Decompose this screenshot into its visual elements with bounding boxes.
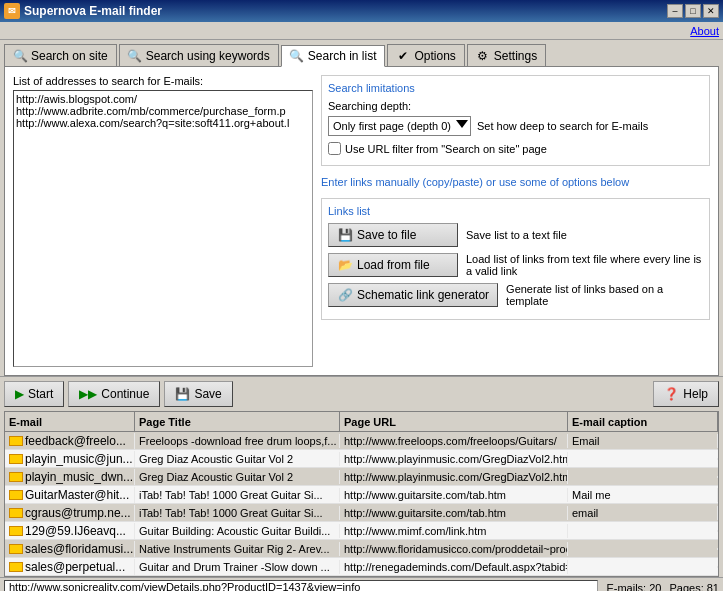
about-link[interactable]: About (690, 25, 719, 37)
schematic-link-button[interactable]: 🔗 Schematic link generator (328, 283, 498, 307)
load-row: 📂 Load from file Load list of links from… (328, 253, 703, 277)
filter-checkbox[interactable] (328, 142, 341, 155)
table-row[interactable]: cgraus@trump.ne... iTab! Tab! Tab! 1000 … (5, 504, 718, 522)
app-title: Supernova E-mail finder (24, 4, 162, 18)
status-emails: E-mails: 20 (606, 582, 661, 592)
tab-bar: 🔍 Search on site 🔍 Search using keywords… (0, 40, 723, 66)
load-from-file-button[interactable]: 📂 Load from file (328, 253, 458, 277)
start-icon: ▶ (15, 387, 24, 401)
cell-title: iTab! Tab! Tab! 1000 Great Guitar Si... (135, 506, 340, 520)
cell-caption (568, 476, 718, 478)
save-to-file-button[interactable]: 💾 Save to file (328, 223, 458, 247)
menu-bar: About (0, 22, 723, 40)
cell-title: Guitar Building: Acoustic Guitar Buildi.… (135, 524, 340, 538)
title-bar-left: ✉ Supernova E-mail finder (4, 3, 162, 19)
results-table: E-mail Page Title Page URL E-mail captio… (4, 411, 719, 577)
left-panel: List of addresses to search for E-mails:… (13, 75, 313, 367)
filter-checkbox-row: Use URL filter from "Search on site" pag… (328, 142, 703, 155)
cell-url: http://www.mimf.com/link.htm (340, 524, 568, 538)
email-icon (9, 562, 23, 572)
col-caption: E-mail caption (568, 412, 718, 431)
table-row[interactable]: sales@perpetual... Guitar and Drum Train… (5, 558, 718, 576)
load-desc: Load list of links from text file where … (466, 253, 703, 277)
cell-title: iTab! Tab! Tab! 1000 Great Guitar Si... (135, 488, 340, 502)
minimize-button[interactable]: – (667, 4, 683, 18)
cell-email: feedback@freelo... (5, 433, 135, 449)
cell-caption (568, 566, 718, 568)
depth-label: Searching depth: (328, 100, 703, 112)
continue-icon: ▶▶ (79, 387, 97, 401)
list-textarea[interactable]: http://awis.blogspot.com/ http://www.adb… (13, 90, 313, 367)
help-button[interactable]: ❓ Help (653, 381, 719, 407)
email-icon (9, 472, 23, 482)
cell-caption: Mail me (568, 488, 718, 502)
settings-icon: ⚙ (476, 49, 490, 63)
email-icon (9, 454, 23, 464)
email-icon (9, 490, 23, 500)
tab-options[interactable]: ✔ Options (387, 44, 464, 66)
table-row[interactable]: feedback@freelo... Freeloops -download f… (5, 432, 718, 450)
schema-icon: 🔗 (337, 287, 353, 303)
title-bar-controls: – □ ✕ (667, 4, 719, 18)
title-bar: ✉ Supernova E-mail finder – □ ✕ (0, 0, 723, 22)
cell-email: 129@59.IJ6eavq... (5, 523, 135, 539)
table-row[interactable]: playin_music@jun... Greg Diaz Acoustic G… (5, 450, 718, 468)
depth-select[interactable]: Only first page (depth 0) (328, 116, 471, 136)
tab-search-in-list[interactable]: 🔍 Search in list (281, 45, 386, 67)
search-icon: 🔍 (290, 49, 304, 63)
cell-url: http://www.freeloops.com/freeloops/Guita… (340, 434, 568, 448)
cell-email: sales@floridamusi... (5, 541, 135, 557)
col-url: Page URL (340, 412, 568, 431)
table-row[interactable]: GuitarMaster@hit... iTab! Tab! Tab! 1000… (5, 486, 718, 504)
save-toolbar-icon: 💾 (175, 387, 190, 401)
status-url: http://www.sonicreality.com/viewDetails.… (4, 580, 598, 592)
cell-title: Greg Diaz Acoustic Guitar Vol 2 (135, 452, 340, 466)
cell-url: http://www.floridamusicco.com/proddetail… (340, 542, 568, 556)
cell-url: http://www.guitarsite.com/tab.htm (340, 506, 568, 520)
continue-button[interactable]: ▶▶ Continue (68, 381, 160, 407)
table-row[interactable]: sales@floridamusi... Native Instruments … (5, 540, 718, 558)
cell-caption (568, 458, 718, 460)
start-button[interactable]: ▶ Start (4, 381, 64, 407)
tab-search-keywords[interactable]: 🔍 Search using keywords (119, 44, 279, 66)
search-limitations: Search limitations Searching depth: Only… (321, 75, 710, 166)
table-row[interactable]: 129@59.IJ6eavq... Guitar Building: Acous… (5, 522, 718, 540)
cell-title: Guitar and Drum Trainer -Slow down ... (135, 560, 340, 574)
save-button[interactable]: 💾 Save (164, 381, 232, 407)
schema-desc: Generate list of links based on a templa… (506, 283, 703, 307)
links-title: Links list (328, 205, 703, 217)
save-row: 💾 Save to file Save list to a text file (328, 223, 703, 247)
cell-email: playin_music@jun... (5, 451, 135, 467)
cell-caption: Email (568, 434, 718, 448)
tab-settings[interactable]: ⚙ Settings (467, 44, 546, 66)
search-icon: 🔍 (13, 49, 27, 63)
close-button[interactable]: ✕ (703, 4, 719, 18)
main-content: List of addresses to search for E-mails:… (4, 66, 719, 376)
set-deep-label: Set how deep to search for E-mails (477, 120, 648, 132)
search-icon: 🔍 (128, 49, 142, 63)
enter-links-text: Enter links manually (copy/paste) or use… (321, 176, 710, 188)
cell-url: http://www.guitarsite.com/tab.htm (340, 488, 568, 502)
status-pages: Pages: 81 (669, 582, 719, 592)
schema-row: 🔗 Schematic link generator Generate list… (328, 283, 703, 307)
cell-email: cgraus@trump.ne... (5, 505, 135, 521)
toolbar: ▶ Start ▶▶ Continue 💾 Save ❓ Help (0, 376, 723, 411)
email-icon (9, 436, 23, 446)
cell-caption: email (568, 506, 718, 520)
table-row[interactable]: playin_music_dwn... Greg Diaz Acoustic G… (5, 468, 718, 486)
cell-title: Native Instruments Guitar Rig 2- Arev... (135, 542, 340, 556)
cell-url: http://www.playinmusic.com/GregDiazVol2.… (340, 470, 568, 484)
options-icon: ✔ (396, 49, 410, 63)
table-header: E-mail Page Title Page URL E-mail captio… (5, 412, 718, 432)
tab-search-on-site[interactable]: 🔍 Search on site (4, 44, 117, 66)
load-icon: 📂 (337, 257, 353, 273)
email-icon (9, 526, 23, 536)
filter-label: Use URL filter from "Search on site" pag… (345, 143, 547, 155)
depth-row: Only first page (depth 0) Set how deep t… (328, 116, 703, 136)
maximize-button[interactable]: □ (685, 4, 701, 18)
col-email: E-mail (5, 412, 135, 431)
save-desc: Save list to a text file (466, 229, 703, 241)
table-body: feedback@freelo... Freeloops -download f… (5, 432, 718, 576)
cell-email: playin_music_dwn... (5, 469, 135, 485)
cell-title: Greg Diaz Acoustic Guitar Vol 2 (135, 470, 340, 484)
